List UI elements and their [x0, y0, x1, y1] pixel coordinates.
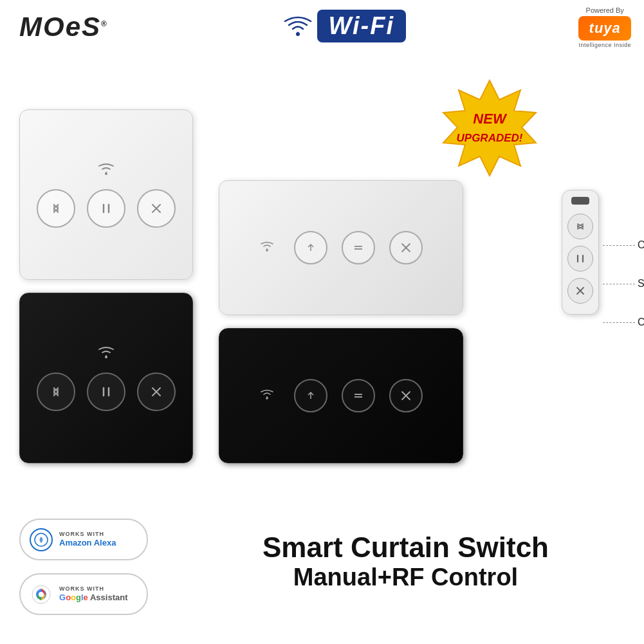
remote-stop-label-row: Stop — [603, 264, 644, 303]
powered-by-text: Powered By — [578, 6, 631, 14]
white-square-buttons — [37, 189, 176, 228]
alexa-text: WORKS WITH Amazon Alexa — [59, 531, 116, 547]
open-button-white[interactable] — [37, 189, 75, 228]
wide-wifi-icon-black — [259, 389, 275, 403]
alexa-icon — [30, 528, 53, 551]
svg-text:UPGRADED!: UPGRADED! — [457, 132, 523, 144]
tuya-badge: Powered By tuya Intelligence Inside — [578, 6, 631, 48]
alexa-works-with: WORKS WITH — [59, 531, 116, 538]
remote-control: Open Stop Close — [562, 190, 626, 342]
remote-close-label: Close — [638, 317, 644, 328]
svg-point-23 — [266, 397, 268, 400]
remote-close-label-row: Close — [603, 303, 644, 342]
svg-point-37 — [39, 592, 44, 597]
panel-wifi-icon-black — [97, 345, 116, 362]
brand-logo: MOeS® — [19, 12, 108, 42]
remote-stop-label: Stop — [638, 278, 644, 290]
white-wide-buttons — [259, 231, 423, 264]
wifi-area: Wi-Fi — [284, 10, 407, 42]
new-upgraded-badge: NEW UPGRADED! — [438, 77, 541, 180]
svg-point-4 — [105, 172, 107, 175]
open-button-wide-white[interactable] — [294, 231, 327, 264]
svg-point-18 — [266, 249, 268, 252]
google-works-with: WORKS WITH — [59, 585, 128, 593]
svg-point-0 — [296, 32, 300, 36]
black-wide-panel — [219, 328, 463, 463]
tuya-sub: Intelligence Inside — [578, 42, 631, 48]
remote-close-line — [603, 322, 635, 323]
google-icon — [30, 583, 53, 606]
stop-button-wide-black[interactable] — [342, 379, 375, 412]
google-badge: WORKS WITH Google Assistant — [19, 573, 148, 615]
black-square-panel — [19, 293, 193, 463]
stop-button-white[interactable] — [87, 189, 125, 228]
close-button-wide-black[interactable] — [389, 379, 423, 412]
stop-button-black[interactable] — [87, 373, 125, 411]
white-square-panel — [19, 109, 193, 280]
remote-open-label-row: Open — [603, 226, 644, 264]
remote-open-label: Open — [638, 239, 644, 251]
black-wide-buttons — [259, 379, 423, 412]
remote-open-button[interactable] — [567, 214, 593, 239]
tuya-logo: tuya — [578, 16, 631, 41]
product-title-line2: Manual+RF Control — [180, 563, 631, 593]
close-button-white[interactable] — [137, 189, 176, 228]
alexa-name: Amazon Alexa — [59, 538, 116, 548]
remote-labels: Open Stop Close — [603, 226, 644, 342]
wifi-label: Wi-Fi — [317, 10, 407, 42]
trademark: ® — [101, 19, 108, 28]
svg-text:NEW: NEW — [473, 111, 508, 127]
close-button-wide-white[interactable] — [389, 231, 423, 264]
wifi-icon — [284, 15, 312, 38]
open-button-wide-black[interactable] — [294, 379, 327, 412]
remote-stop-button[interactable] — [567, 246, 593, 271]
remote-open-line — [603, 245, 635, 246]
product-title-line1: Smart Curtain Switch — [180, 532, 631, 563]
stop-button-wide-white[interactable] — [342, 231, 375, 264]
white-wide-panel — [219, 180, 463, 315]
remote-body — [562, 190, 599, 315]
product-title: Smart Curtain Switch Manual+RF Control — [180, 532, 631, 593]
close-button-black[interactable] — [137, 373, 176, 411]
wide-wifi-icon — [259, 241, 275, 255]
open-button-black[interactable] — [37, 373, 75, 411]
brand-logo-text: MOeS — [19, 12, 101, 42]
google-text: WORKS WITH Google Assistant — [59, 585, 128, 602]
svg-marker-1 — [443, 80, 536, 176]
remote-stop-line — [603, 284, 635, 284]
panel-wifi-icon — [97, 162, 116, 179]
remote-close-button[interactable] — [567, 278, 593, 304]
alexa-badge: WORKS WITH Amazon Alexa — [19, 519, 148, 560]
google-assistant-name: Google Assistant — [59, 593, 128, 603]
black-square-buttons — [37, 373, 176, 411]
remote-ir-sensor — [571, 197, 589, 205]
svg-point-11 — [105, 356, 107, 358]
